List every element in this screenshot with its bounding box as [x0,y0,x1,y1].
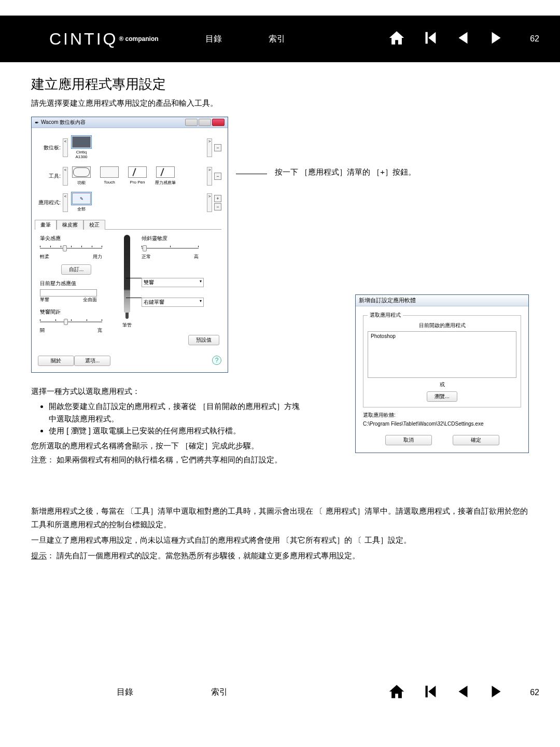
upper-button-combo[interactable]: 雙響▾ [142,278,204,287]
settings-tabs: 畫筆 橡皮擦 校正 [35,219,221,229]
help-icon[interactable]: ? [212,356,221,365]
tip-feel-slider[interactable] [40,244,102,252]
tool-remove-button[interactable]: − [214,173,221,180]
page-number-bottom: 62 [530,688,539,697]
open-apps-listbox[interactable]: Photoshop [368,331,516,378]
pressure-readout [40,289,97,297]
page: CINTIQ ® companion 目錄 索引 62 建立應用程式專用設定 請… [0,16,560,713]
instr-intro: 選擇一種方式以選取應用程式： [31,385,301,397]
about-button[interactable]: 關於 [38,356,74,366]
prev-icon[interactable] [454,29,472,49]
home-icon-bottom[interactable] [388,683,405,702]
tool-touch-label: Touch [104,180,115,185]
next-icon-bottom[interactable] [487,683,505,702]
window-title-text: Wacom 數位板內容 [41,119,86,126]
normal-label: 正常 [142,253,151,260]
callout: 按一下 ［應用程式］清單的 ［+］按鈕。 [244,117,531,177]
tablet-selector-row: 數位板: < Cintiq A1300 > − [38,136,221,159]
first-icon[interactable] [421,29,439,49]
lead-paragraph: 請先選擇要建立應用程式專用設定的產品和輸入工具。 [31,98,531,108]
ok-button[interactable]: 確定 [453,435,499,445]
toc-link-bottom[interactable]: 目錄 [117,687,133,698]
body-tip: 提示： 請先自訂一個應用程式的設定。當您熟悉所有步驟後，就能建立更多應用程式專用… [31,549,531,562]
tab-pen[interactable]: 畫筆 [35,220,57,230]
tool-pressure-label: 壓力感應筆 [155,180,176,185]
tilt-label: 傾斜靈敏度 [142,235,219,242]
lower-button-combo[interactable]: 右鍵單響▾ [142,298,204,307]
scroll-right[interactable]: > [207,138,212,157]
app-selector-row: 應用程式: < ✎全部 > + − [38,193,221,212]
cur-pressure-label: 目前壓力感應值 [40,280,113,287]
list-item[interactable]: Photoshop [371,333,513,339]
options-button[interactable]: 選項... [74,356,110,366]
scroll-right-app[interactable]: > [207,193,212,212]
off-label: 關 [40,327,45,334]
default-button[interactable]: 預設值 [188,335,219,345]
tool-selector-row: 工具: < 功能 Touch Pro Pen 壓力感應筆 > − [38,166,221,186]
bottom-nav-icons: 62 [388,683,539,702]
fullclick-label: 全由面 [83,297,97,303]
tab-eraser[interactable]: 橡皮擦 [57,220,83,230]
cancel-button[interactable]: 取消 [385,435,432,445]
tablet-item[interactable]: Cintiq A1300 [70,136,93,159]
index-link-bottom[interactable]: 索引 [211,687,228,698]
tool-label: 工具: [38,173,61,180]
body-p1: 新增應用程式之後，每當在 〔工具］清單中選取相對應的工具時，其圖示會出現在 〔 … [31,504,531,532]
scroll-left-app[interactable]: < [63,193,68,212]
bottom-nav-links: 目錄 索引 [117,687,228,698]
maximize-icon[interactable] [199,119,211,126]
add-app-dialog: 新增自訂設定應用軟體 選取應用程式 目前開啟的應用程式 Photoshop 或 … [355,294,529,453]
customize-button[interactable]: 自訂... [61,264,91,275]
toc-link[interactable]: 目錄 [205,34,222,45]
tilt-slider[interactable] [142,244,199,252]
tab-calibrate[interactable]: 校正 [83,220,105,230]
pen-graphic [124,235,130,313]
prev-icon-bottom[interactable] [454,683,472,702]
next-icon[interactable] [487,29,505,49]
index-link[interactable]: 索引 [269,34,285,45]
top-nav-links: 目錄 索引 [205,34,285,45]
body-paragraphs: 新增應用程式之後，每當在 〔工具］清單中選取相對應的工具時，其圖示會出現在 〔 … [0,504,560,563]
close-icon[interactable] [212,119,225,126]
home-icon[interactable] [388,29,405,49]
app-all[interactable]: ✎全部 [70,193,93,212]
tool-pressure-pen[interactable]: 壓力感應筆 [154,166,177,186]
scroll-left[interactable]: < [63,138,68,157]
tool-touch[interactable]: Touch [98,166,121,186]
tool-functions-label: 功能 [77,180,86,185]
large-label: 寬 [97,327,102,334]
instructions-block: 選擇一種方式以選取應用程式： 開啟您要建立自訂設定的應用程式，接著從 ［目前開啟… [31,385,301,466]
click-label: 單響 [40,297,49,303]
window-titlebar: ✒ Wacom 數位板內容 [32,117,228,128]
app-remove-button[interactable]: − [214,203,221,210]
tool-propen-label: Pro Pen [130,180,145,185]
callout-text: 按一下 ［應用程式］清單的 ［+］按鈕。 [275,167,416,176]
tip-feel-label: 筆尖感應 [40,235,113,242]
tool-propen[interactable]: Pro Pen [126,166,149,186]
dbl-tap-slider[interactable] [40,318,102,326]
tool-functions[interactable]: 功能 [70,166,93,186]
tablet-remove-button[interactable]: − [214,144,221,151]
app-label: 應用程式: [38,199,61,206]
scroll-left-tool[interactable]: < [63,167,68,186]
tab-pane: 筆尖感應 輕柔用力 自訂... 目前壓力感應值 [38,229,221,350]
pen-tip-label: 筆管 [117,322,137,329]
brand-suffix: ® companion [119,35,158,43]
wacom-properties-window: ✒ Wacom 數位板內容 數位板: < [31,117,228,373]
window-controls [185,119,225,126]
brand-logo: CINTIQ ® companion [49,30,159,49]
tip-soft-label: 輕柔 [40,253,49,260]
instr-p2: 注意： 如果兩個程式有相同的執行檔名稱，它們將共享相同的自訂設定。 [31,454,301,466]
select-app-legend: 選取應用程式 [368,312,403,319]
pen-tip-icon: ✒ [35,120,39,125]
page-number-top: 62 [530,34,539,44]
browse-button[interactable]: 瀏覽... [427,391,457,402]
app-add-button[interactable]: + [214,195,221,202]
dbl-tap-label: 雙響間距 [40,308,113,316]
scroll-right-tool[interactable]: > [207,167,212,186]
or-label: 或 [368,381,516,388]
minimize-icon[interactable] [185,119,198,126]
top-bar: CINTIQ ® companion 目錄 索引 62 [0,16,560,62]
first-icon-bottom[interactable] [421,683,439,702]
app-all-label: 全部 [77,207,86,212]
